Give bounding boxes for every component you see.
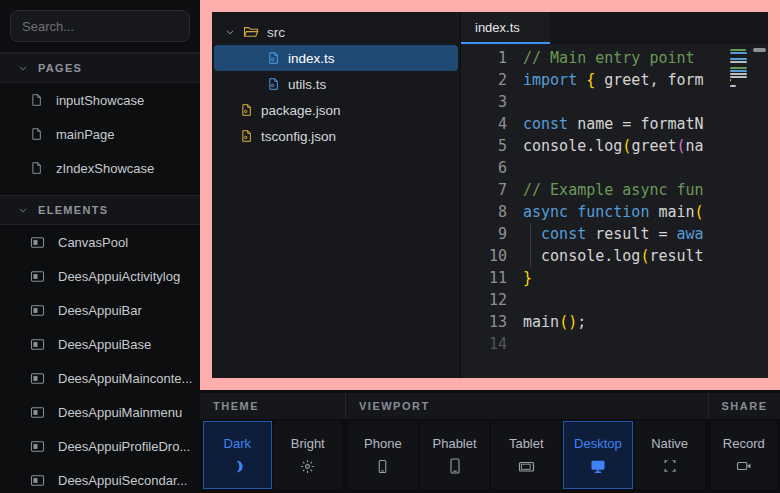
- theme-bright-button[interactable]: Bright: [274, 421, 343, 489]
- code-line-4[interactable]: 4const name = formatN: [461, 113, 730, 135]
- button-label: Phone: [364, 436, 402, 451]
- token: async: [523, 203, 568, 221]
- share-record-button[interactable]: Record: [711, 421, 778, 489]
- component-icon: [30, 270, 45, 283]
- token: import: [523, 71, 577, 89]
- code-area[interactable]: 1// Main entry point2import { greet, for…: [461, 44, 768, 378]
- line-text: [523, 289, 730, 311]
- sidebar-item-DeesAppuiBase[interactable]: DeesAppuiBase: [0, 327, 200, 361]
- code-line-2[interactable]: 2import { greet, form: [461, 69, 730, 91]
- tree-item-tsconfig.json[interactable]: tsconfig.json: [214, 123, 458, 149]
- scrollbar[interactable]: [752, 47, 768, 378]
- tab-index-ts[interactable]: index.ts: [461, 12, 550, 44]
- line-text: }: [523, 267, 730, 289]
- sidebar-item-DeesAppuiMainmenu[interactable]: DeesAppuiMainmenu: [0, 395, 200, 429]
- viewport-phone-button[interactable]: Phone: [348, 421, 418, 489]
- search-input[interactable]: [11, 19, 189, 34]
- line-text: // Example async fun: [523, 179, 730, 201]
- line-number: 14: [461, 333, 523, 355]
- tree-item-index.ts[interactable]: index.ts: [214, 45, 458, 71]
- sidebar-item-CanvasPool[interactable]: CanvasPool: [0, 225, 200, 259]
- sidebar-item-zIndexShowcase[interactable]: zIndexShowcase: [0, 151, 200, 185]
- indent-guide: [530, 223, 531, 245]
- line-text: main();: [523, 311, 730, 333]
- section-label: PAGES: [38, 62, 82, 74]
- button-label: Desktop: [574, 436, 622, 451]
- button-label: Record: [723, 436, 765, 451]
- line-number: 10: [461, 245, 523, 267]
- token: main: [523, 313, 559, 331]
- token: {: [586, 71, 595, 89]
- scrollbar-thumb[interactable]: [753, 48, 766, 52]
- minimap[interactable]: [730, 47, 752, 378]
- code-line-12[interactable]: 12: [461, 289, 730, 311]
- button-label: Bright: [291, 436, 325, 451]
- theme-dark-button[interactable]: Dark: [203, 421, 272, 489]
- page-icon: [30, 93, 43, 107]
- toolbar-section-label: THEME: [200, 393, 345, 419]
- toolbar-section-label: SHARE: [708, 393, 780, 419]
- moon-icon: [230, 458, 245, 474]
- sidebar-section-pages[interactable]: PAGES: [0, 53, 200, 83]
- line-number: 12: [461, 289, 523, 311]
- token: main: [649, 203, 694, 221]
- tree-item-label: index.ts: [288, 51, 335, 66]
- viewport-tablet-button[interactable]: Tablet: [491, 421, 561, 489]
- indent-guide: [530, 245, 531, 267]
- search-box[interactable]: [10, 10, 190, 42]
- minimap-line: [730, 70, 747, 72]
- line-number: 3: [461, 91, 523, 113]
- code-line-13[interactable]: 13main();: [461, 311, 730, 333]
- code-line-7[interactable]: 7// Example async fun: [461, 179, 730, 201]
- minimap-line: [730, 67, 747, 69]
- line-text: [523, 157, 730, 179]
- line-text: const name = formatN: [523, 113, 730, 135]
- toolbar-section-theme: THEMEDarkBright: [200, 393, 345, 493]
- sidebar-item-DeesAppuiBar[interactable]: DeesAppuiBar: [0, 293, 200, 327]
- token: }: [523, 269, 532, 287]
- token: result =: [586, 225, 676, 243]
- section-label: ELEMENTS: [38, 204, 108, 216]
- sidebar-item-inputShowcase[interactable]: inputShowcase: [0, 83, 200, 117]
- component-icon: [30, 304, 45, 317]
- code-line-9[interactable]: 9 const result = awa: [461, 223, 730, 245]
- code-line-5[interactable]: 5console.log(greet(na: [461, 135, 730, 157]
- viewport-desktop-button[interactable]: Desktop: [563, 421, 633, 489]
- sidebar-item-mainPage[interactable]: mainPage: [0, 117, 200, 151]
- token: // Main entry point: [523, 49, 695, 67]
- tree-item-utils.ts[interactable]: utils.ts: [214, 71, 458, 97]
- page-icon: [30, 161, 43, 175]
- viewport-native-button[interactable]: Native: [635, 421, 705, 489]
- sidebar-item-DeesAppuiSecondar[interactable]: DeesAppuiSecondar...: [0, 463, 200, 493]
- component-icon: [30, 440, 45, 453]
- code-line-6[interactable]: 6: [461, 157, 730, 179]
- code-lines[interactable]: 1// Main entry point2import { greet, for…: [461, 47, 730, 378]
- button-label: Tablet: [509, 436, 544, 451]
- tree-item-src[interactable]: src: [214, 19, 458, 45]
- sidebar-sections: PAGESinputShowcasemainPagezIndexShowcase…: [0, 53, 200, 493]
- code-line-14[interactable]: 14: [461, 333, 730, 355]
- sidebar-section-elements[interactable]: ELEMENTS: [0, 195, 200, 225]
- tree-item-package.json[interactable]: package.json: [214, 97, 458, 123]
- ts-file-icon: [267, 51, 280, 65]
- line-number: 4: [461, 113, 523, 135]
- sidebar-item-DeesAppuiProfileDro[interactable]: DeesAppuiProfileDro...: [0, 429, 200, 463]
- tree-item-label: src: [267, 25, 285, 40]
- toolbar-buttons: PhonePhabletTabletDesktopNative: [345, 419, 708, 493]
- item-label: DeesAppuiBase: [58, 337, 151, 352]
- code-line-11[interactable]: 11}: [461, 267, 730, 289]
- code-line-8[interactable]: 8async function main(: [461, 201, 730, 223]
- token: // Example async fun: [523, 181, 704, 199]
- button-label: Native: [651, 436, 688, 451]
- sidebar-item-DeesAppuiActivitylog[interactable]: DeesAppuiActivitylog: [0, 259, 200, 293]
- sidebar-item-DeesAppuiMainconte[interactable]: DeesAppuiMainconte...: [0, 361, 200, 395]
- code-line-10[interactable]: 10 console.log(result: [461, 245, 730, 267]
- line-number: 8: [461, 201, 523, 223]
- viewport-phablet-button[interactable]: Phablet: [420, 421, 490, 489]
- code-line-3[interactable]: 3: [461, 91, 730, 113]
- code-line-1[interactable]: 1// Main entry point: [461, 47, 730, 69]
- token: const: [541, 225, 586, 243]
- record-icon: [736, 458, 752, 474]
- line-number: 7: [461, 179, 523, 201]
- chevron-down-icon: [18, 205, 28, 215]
